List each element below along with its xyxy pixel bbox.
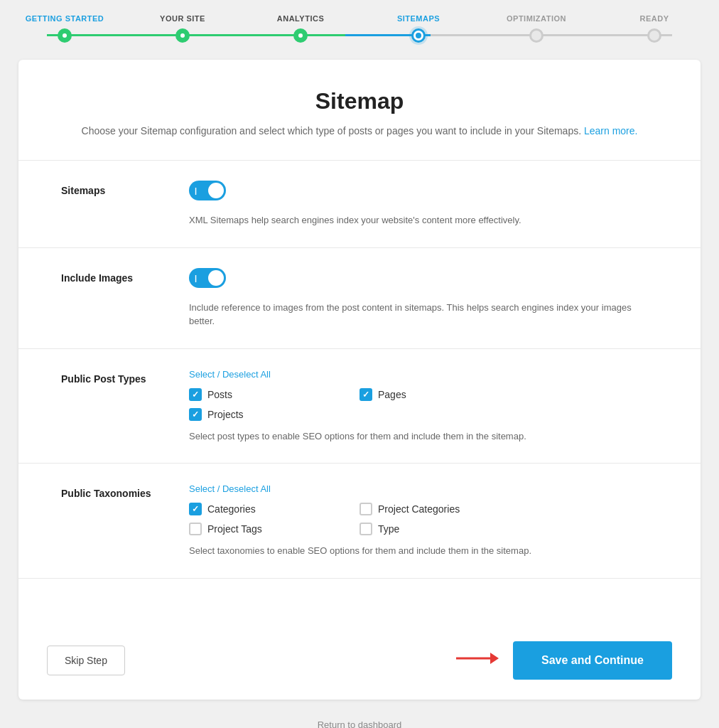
main-card: Sitemap Choose your Sitemap configuratio… [18, 60, 701, 700]
public-taxonomies-content: Select / Deselect All Categories Project… [189, 483, 658, 558]
checkbox-project-categories-box [360, 503, 372, 515]
checkbox-posts-box [189, 388, 202, 401]
step-getting-started[interactable]: GETTING STARTED [18, 14, 111, 43]
arrow-icon [456, 650, 499, 670]
toggle-on-icon-2: | [195, 274, 197, 282]
sitemaps-label: Sitemaps [61, 181, 189, 196]
step-your-site[interactable]: YOUR SITE [136, 14, 229, 43]
checkbox-type[interactable]: Type [360, 523, 502, 535]
step-analytics[interactable]: ANALYTICS [254, 14, 347, 43]
sitemaps-row: Sitemaps | XML Sitemaps help search engi… [18, 161, 701, 248]
taxonomies-grid: Categories Project Categories Project Ta… [189, 503, 658, 535]
save-continue-button[interactable]: Save and Continue [513, 641, 672, 680]
taxonomies-select-deselect[interactable]: Select / Deselect All [189, 483, 658, 494]
post-types-description: Select post types to enable SEO options … [189, 429, 658, 444]
sitemaps-content: | XML Sitemaps help search engines index… [189, 181, 658, 228]
sitemaps-toggle-thumb [208, 183, 224, 198]
learn-more-link[interactable]: Learn more. [584, 125, 637, 136]
checkbox-projects-box [189, 408, 202, 421]
include-images-toggle-thumb [208, 270, 224, 286]
include-images-toggle-track: | [189, 268, 226, 288]
step-circle-analytics [293, 28, 308, 43]
step-circle-getting-started [58, 28, 72, 43]
public-taxonomies-label: Public Taxonomies [61, 483, 189, 499]
page-subtitle: Choose your Sitemap configuration and se… [47, 123, 672, 139]
include-images-label: Include Images [61, 268, 189, 284]
checkbox-pages-box [360, 388, 372, 401]
checkbox-type-box [360, 523, 372, 535]
step-circle-optimization [529, 28, 544, 43]
checkbox-categories-box [189, 503, 202, 515]
step-circle-your-site [175, 28, 190, 43]
step-optimization[interactable]: OPTIMIZATION [490, 14, 583, 43]
toggle-on-icon: | [195, 186, 197, 195]
sitemaps-toggle-track: | [189, 181, 226, 200]
return-to-dashboard-link[interactable]: Return to dashboard [318, 719, 402, 728]
include-images-toggle[interactable]: | [189, 268, 226, 288]
footer-right: Save and Continue [456, 641, 672, 680]
include-images-description: Include reference to images from the pos… [189, 301, 658, 328]
public-taxonomies-row: Public Taxonomies Select / Deselect All … [18, 464, 701, 579]
checkbox-categories[interactable]: Categories [189, 503, 331, 515]
sitemaps-description: XML Sitemaps help search engines index y… [189, 213, 658, 228]
step-sitemaps[interactable]: SITEMAPS [372, 14, 465, 43]
checkbox-project-tags-box [189, 523, 202, 535]
step-circle-ready [647, 28, 661, 43]
progress-bar: GETTING STARTED YOUR SITE ANALYTICS SITE… [18, 14, 701, 43]
public-post-types-label: Public Post Types [61, 369, 189, 385]
spacer [18, 579, 701, 621]
checkbox-posts[interactable]: Posts [189, 388, 331, 401]
step-circle-sitemaps [411, 28, 426, 43]
post-types-select-deselect[interactable]: Select / Deselect All [189, 369, 658, 380]
card-header: Sitemap Choose your Sitemap configuratio… [18, 60, 701, 161]
svg-marker-1 [490, 653, 499, 664]
checkbox-projects[interactable]: Projects [189, 408, 331, 421]
checkbox-project-categories[interactable]: Project Categories [360, 503, 502, 515]
step-ready[interactable]: READY [608, 14, 701, 43]
sitemaps-toggle[interactable]: | [189, 181, 226, 200]
include-images-row: Include Images | Include reference to im… [18, 248, 701, 349]
page-title: Sitemap [47, 88, 672, 114]
checkbox-project-tags[interactable]: Project Tags [189, 523, 331, 535]
card-footer: Skip Step Save and Continue [18, 621, 701, 700]
checkbox-pages[interactable]: Pages [360, 388, 502, 401]
public-post-types-content: Select / Deselect All Posts Pages Projec… [189, 369, 658, 444]
post-types-grid: Posts Pages Projects [189, 388, 658, 421]
include-images-content: | Include reference to images from the p… [189, 268, 658, 328]
skip-step-button[interactable]: Skip Step [47, 646, 125, 675]
taxonomies-description: Select taxonomies to enable SEO options … [189, 544, 658, 558]
public-post-types-row: Public Post Types Select / Deselect All … [18, 349, 701, 464]
